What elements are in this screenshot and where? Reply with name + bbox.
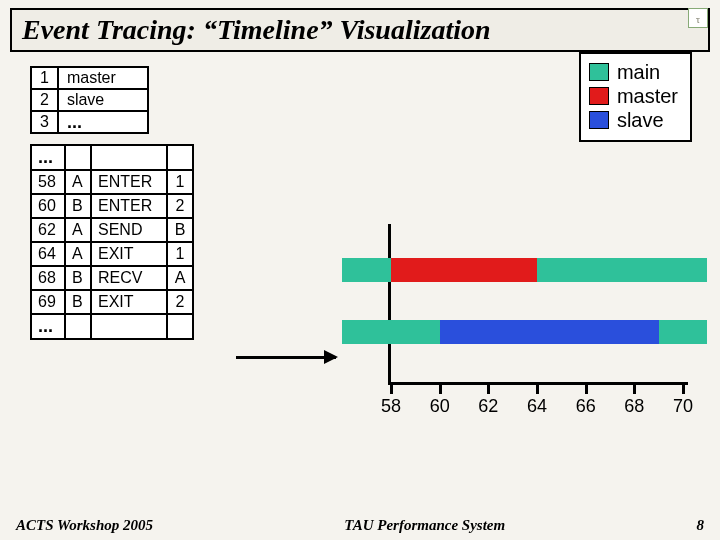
- tick-label: 62: [478, 396, 498, 417]
- table-row: 60BENTER2: [31, 194, 193, 218]
- event-dots: ...: [31, 314, 65, 339]
- ev-arg: 1: [167, 242, 193, 266]
- tick-x: [633, 382, 636, 394]
- table-row: ...: [31, 145, 193, 170]
- ev-name: ENTER: [91, 170, 167, 194]
- tick-label: 64: [527, 396, 547, 417]
- empty-cell: [91, 314, 167, 339]
- footer-right: 8: [696, 517, 704, 534]
- tick-label: 58: [381, 396, 401, 417]
- ev-arg: 2: [167, 194, 193, 218]
- tick-x: [487, 382, 490, 394]
- process-table: 1 master 2 slave 3 ...: [30, 66, 149, 134]
- legend-item: main: [589, 60, 678, 84]
- slide-content: 1 master 2 slave 3 ... main master slave…: [0, 52, 720, 340]
- table-row: 62ASENDB: [31, 218, 193, 242]
- ev-proc: B: [65, 266, 91, 290]
- table-row: 69BEXIT2: [31, 290, 193, 314]
- empty-cell: [65, 145, 91, 170]
- proc-num: 2: [31, 89, 58, 111]
- tick-x: [585, 382, 588, 394]
- ev-arg: B: [167, 218, 193, 242]
- ev-time: 64: [31, 242, 65, 266]
- proc-label: slave: [58, 89, 148, 111]
- legend-swatch-master: [589, 87, 609, 105]
- ev-arg: A: [167, 266, 193, 290]
- tick-label: 66: [576, 396, 596, 417]
- ev-time: 60: [31, 194, 65, 218]
- ev-proc: B: [65, 194, 91, 218]
- legend-item: slave: [589, 108, 678, 132]
- tau-logo: τ: [688, 8, 708, 28]
- footer-center: TAU Performance System: [344, 517, 505, 534]
- timeline-bar: [537, 258, 707, 282]
- footer-left: ACTS Workshop 2005: [16, 517, 153, 534]
- ev-time: 58: [31, 170, 65, 194]
- tick-label: 60: [430, 396, 450, 417]
- tick-x: [536, 382, 539, 394]
- tick-x: [390, 382, 393, 394]
- footer: ACTS Workshop 2005 TAU Performance Syste…: [0, 517, 720, 534]
- event-table: ... 58AENTER1 60BENTER2 62ASENDB 64AEXIT…: [30, 144, 194, 340]
- proc-label: master: [58, 67, 148, 89]
- ev-proc: B: [65, 290, 91, 314]
- empty-cell: [167, 314, 193, 339]
- legend-item: master: [589, 84, 678, 108]
- ev-name: EXIT: [91, 242, 167, 266]
- timeline-chart: A B 58606264666870: [350, 224, 690, 424]
- legend-label: master: [617, 84, 678, 108]
- ev-time: 62: [31, 218, 65, 242]
- legend-swatch-slave: [589, 111, 609, 129]
- arrow-icon: [236, 356, 336, 359]
- table-row: 68BRECVA: [31, 266, 193, 290]
- table-row: ...: [31, 314, 193, 339]
- timeline-bar: [391, 258, 537, 282]
- axis-y: [388, 224, 391, 384]
- page-title: Event Tracing: “Timeline” Visualization: [10, 8, 710, 52]
- timeline-bar: [440, 320, 659, 344]
- ev-arg: 2: [167, 290, 193, 314]
- tick-label: 70: [673, 396, 693, 417]
- ev-name: EXIT: [91, 290, 167, 314]
- tick-label: 68: [624, 396, 644, 417]
- empty-cell: [167, 145, 193, 170]
- proc-num: 1: [31, 67, 58, 89]
- empty-cell: [65, 314, 91, 339]
- ev-name: SEND: [91, 218, 167, 242]
- table-row: 64AEXIT1: [31, 242, 193, 266]
- table-row: 58AENTER1: [31, 170, 193, 194]
- legend-label: slave: [617, 108, 664, 132]
- proc-num: 3: [31, 111, 58, 133]
- ev-proc: A: [65, 170, 91, 194]
- table-row: 2 slave: [31, 89, 148, 111]
- tick-x: [439, 382, 442, 394]
- empty-cell: [91, 145, 167, 170]
- tick-x: [682, 382, 685, 394]
- proc-dots: ...: [58, 111, 148, 133]
- ev-proc: A: [65, 218, 91, 242]
- ev-time: 69: [31, 290, 65, 314]
- table-row: 1 master: [31, 67, 148, 89]
- legend-label: main: [617, 60, 660, 84]
- timeline-bar: [659, 320, 708, 344]
- timeline-bar: [342, 258, 391, 282]
- ev-name: ENTER: [91, 194, 167, 218]
- ev-time: 68: [31, 266, 65, 290]
- legend: main master slave: [579, 52, 692, 142]
- ev-proc: A: [65, 242, 91, 266]
- event-dots: ...: [31, 145, 65, 170]
- ev-name: RECV: [91, 266, 167, 290]
- legend-swatch-main: [589, 63, 609, 81]
- timeline-bar: [342, 320, 439, 344]
- ev-arg: 1: [167, 170, 193, 194]
- table-row: 3 ...: [31, 111, 148, 133]
